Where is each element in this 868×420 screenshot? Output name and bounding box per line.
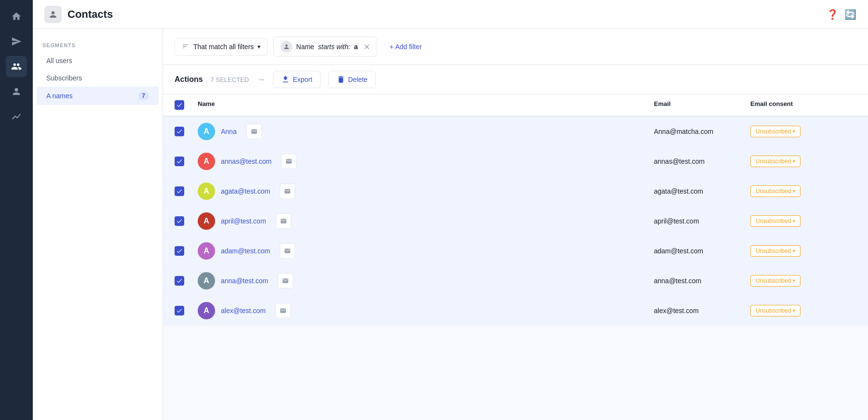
nav-item-dashboard[interactable] [6,6,27,27]
help-icon[interactable]: ❓ [827,9,839,20]
nav-item-contacts2[interactable] [6,81,27,102]
email-quick-icon-3[interactable] [280,184,295,199]
contacts-table: Name Email Email consent A Anna Anna@mat… [163,94,868,326]
avatar-5: A [198,242,215,260]
consent-label-2: Unsubscribed [756,158,791,165]
contact-name-7[interactable]: alex@test.com [221,307,266,315]
filter-dropdown-icon: ▾ [258,43,260,50]
table-header: Name Email Email consent [163,94,868,117]
header-actions: ❓ 🔄 [827,9,856,20]
consent-cell-2: Unsubscribed ▾ [750,156,856,167]
header-checkbox-cell [175,100,198,110]
contact-name-5[interactable]: adam@test.com [221,247,270,255]
avatar-6: A [198,272,215,289]
delete-button[interactable]: Delete [328,71,376,88]
contact-name-6[interactable]: anna@test.com [221,277,268,285]
consent-dropdown-6: ▾ [793,278,795,283]
nav-item-campaigns[interactable] [6,31,27,52]
table-row[interactable]: A april@test.com april@test.com Unsubscr… [163,206,868,236]
name-with-icon-1: Anna [221,124,262,139]
email-cell-4: april@test.com [654,217,750,225]
email-cell-2: annas@test.com [654,158,750,165]
consent-dropdown-5: ▾ [793,248,795,253]
filter-chip-close[interactable]: ✕ [364,42,370,52]
table-row[interactable]: A annas@test.com annas@test.com Unsubscr… [163,146,868,176]
email-quick-icon-2[interactable] [281,154,297,169]
col-email-consent: Email consent [750,100,856,110]
header: Contacts ❓ 🔄 [33,0,868,29]
email-quick-icon-4[interactable] [276,213,291,229]
consent-badge-4[interactable]: Unsubscribed ▾ [750,215,800,227]
filter-match-button[interactable]: That match all filters ▾ [175,38,268,56]
contact-name-2[interactable]: annas@test.com [221,158,271,165]
row-checkbox-1[interactable] [175,127,184,136]
actions-bar: Actions 7 SELECTED → Export Delete [163,65,868,94]
consent-dropdown-2: ▾ [793,158,795,164]
refresh-icon[interactable]: 🔄 [844,9,856,20]
avatar-4: A [198,212,215,230]
consent-dropdown-4: ▾ [793,218,795,223]
name-with-icon-3: agata@test.com [221,184,295,199]
email-value-6: anna@test.com [654,277,701,285]
contact-name-4[interactable]: april@test.com [221,217,266,225]
nav-item-contacts[interactable] [6,56,27,77]
email-value-4: april@test.com [654,217,699,225]
consent-cell-5: Unsubscribed ▾ [750,245,856,257]
consent-badge-2[interactable]: Unsubscribed ▾ [750,156,800,167]
consent-badge-5[interactable]: Unsubscribed ▾ [750,245,800,257]
name-with-icon-6: anna@test.com [221,273,293,289]
contact-name-cell-1: A Anna [198,123,654,140]
email-cell-3: agata@test.com [654,187,750,195]
row-checkbox-4[interactable] [175,216,184,226]
consent-badge-7[interactable]: Unsubscribed ▾ [750,305,800,316]
row-checkbox-6[interactable] [175,276,184,286]
filter-chip: Name starts with: a ✕ [273,37,377,57]
row-checkbox-cell [175,276,198,286]
email-quick-icon-6[interactable] [278,273,293,289]
filter-icon [182,42,190,52]
sidebar-item-subscribers[interactable]: Subscribers [37,69,159,87]
email-quick-icon-1[interactable] [246,124,262,139]
table-row[interactable]: A agata@test.com agata@test.com Unsubscr… [163,176,868,206]
avatar-1: A [198,123,215,140]
nav-item-analytics[interactable] [6,106,27,127]
contact-name-1[interactable]: Anna [221,128,237,135]
export-button[interactable]: Export [273,71,320,88]
contact-name-cell-4: A april@test.com [198,212,654,230]
email-value-7: alex@test.com [654,307,699,315]
sidebar-item-all-users[interactable]: All users [37,52,159,69]
select-all-checkbox[interactable] [175,100,184,110]
add-filter-button[interactable]: + Add filter [383,39,429,54]
page-title: Contacts [68,8,113,21]
table-row[interactable]: A Anna Anna@matcha.com Unsubscribed ▾ [163,117,868,146]
row-checkbox-5[interactable] [175,246,184,256]
row-checkbox-cell [175,157,198,166]
consent-badge-3[interactable]: Unsubscribed ▾ [750,185,800,197]
sidebar-item-a-names[interactable]: A names 7 [37,87,159,105]
email-value-2: annas@test.com [654,158,705,165]
consent-badge-6[interactable]: Unsubscribed ▾ [750,275,800,287]
email-quick-icon-7[interactable] [275,303,291,318]
filter-chip-operator: starts with: [318,43,351,51]
filter-chip-value: a [354,43,358,51]
main-area: Segments All users Subscribers A names 7… [33,29,868,420]
consent-badge-1[interactable]: Unsubscribed ▾ [750,126,800,137]
col-email: Email [654,100,750,110]
email-quick-icon-5[interactable] [280,243,295,259]
row-checkbox-7[interactable] [175,306,184,315]
row-checkbox-cell [175,186,198,196]
email-cell-6: anna@test.com [654,277,750,285]
consent-label-6: Unsubscribed [756,277,791,284]
contact-name-cell-7: A alex@test.com [198,302,654,319]
row-checkbox-2[interactable] [175,157,184,166]
table-row[interactable]: A anna@test.com anna@test.com Unsubscrib… [163,266,868,296]
row-checkbox-3[interactable] [175,186,184,196]
contact-name-3[interactable]: agata@test.com [221,187,270,195]
table-row[interactable]: A adam@test.com adam@test.com Unsubscrib… [163,236,868,266]
actions-selected: 7 SELECTED [211,76,249,83]
actions-arrow-icon: → [257,75,265,85]
row-checkbox-cell [175,306,198,315]
consent-cell-6: Unsubscribed ▾ [750,275,856,287]
table-row[interactable]: A alex@test.com alex@test.com Unsubscrib… [163,296,868,326]
contact-name-cell-5: A adam@test.com [198,242,654,260]
